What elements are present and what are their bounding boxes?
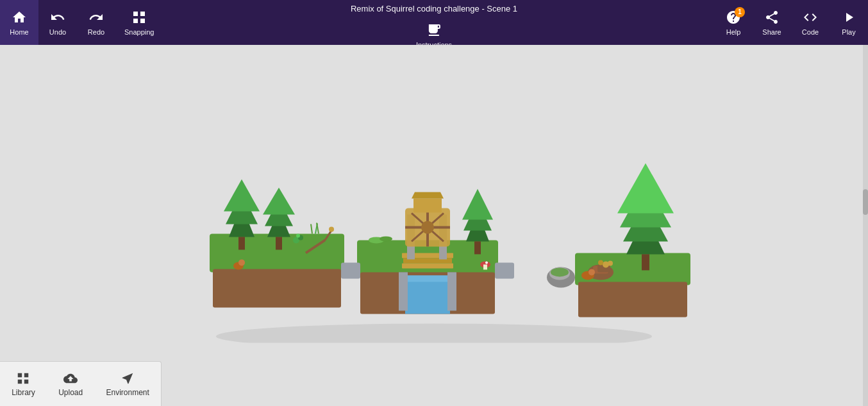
svg-point-14	[238, 259, 245, 266]
main-canvas[interactable]	[0, 45, 868, 406]
svg-rect-42	[399, 272, 408, 310]
topbar-title: Remix of Squirrel coding challenge - Sce…	[351, 4, 517, 13]
environment-icon	[121, 371, 135, 385]
environment-button[interactable]: Environment	[98, 368, 156, 401]
redo-button[interactable]: Redo	[77, 0, 115, 45]
share-button[interactable]: Share	[753, 0, 791, 45]
snapping-icon	[131, 10, 147, 26]
code-button[interactable]: Code	[791, 0, 830, 45]
svg-point-12	[296, 233, 300, 237]
svg-rect-24	[405, 275, 450, 282]
svg-rect-41	[474, 241, 481, 254]
svg-rect-1	[213, 269, 341, 307]
svg-rect-49	[341, 262, 360, 278]
scene-3d	[178, 99, 690, 343]
home-button[interactable]: Home	[0, 0, 38, 45]
scroll-thumb[interactable]	[863, 189, 868, 215]
svg-rect-45	[483, 264, 487, 269]
scrollbar[interactable]	[863, 45, 868, 406]
code-icon	[803, 10, 818, 26]
svg-marker-40	[462, 189, 493, 219]
svg-line-15	[311, 224, 312, 233]
svg-point-68	[551, 267, 569, 276]
redo-icon	[88, 10, 104, 26]
play-label: Play	[842, 28, 855, 36]
toolbar-right: 1 Help Share Code Play	[714, 0, 868, 45]
svg-point-46	[485, 261, 488, 264]
bottom-bar: Library Upload Environment	[0, 361, 162, 406]
svg-point-20	[329, 226, 334, 232]
svg-marker-4	[224, 179, 260, 211]
home-icon	[12, 10, 27, 26]
redo-label: Redo	[88, 28, 104, 36]
snapping-button[interactable]: Snapping	[115, 0, 163, 45]
play-button[interactable]: Play	[830, 0, 868, 45]
snapping-label: Snapping	[124, 28, 154, 36]
environment-label: Environment	[106, 388, 149, 397]
svg-rect-57	[642, 254, 649, 270]
undo-button[interactable]: Undo	[38, 0, 77, 45]
play-icon	[841, 10, 856, 26]
svg-point-65	[588, 269, 595, 275]
undo-label: Undo	[49, 28, 66, 36]
help-badge: 1	[735, 7, 745, 17]
library-button[interactable]: Library	[4, 368, 43, 401]
home-label: Home	[10, 28, 28, 36]
upload-label: Upload	[58, 388, 83, 397]
svg-rect-36	[413, 198, 442, 212]
svg-point-63	[608, 260, 613, 266]
help-icon-wrap: 1	[726, 10, 741, 26]
instructions-icon	[426, 22, 442, 39]
code-label: Code	[802, 28, 819, 36]
svg-rect-52	[578, 282, 687, 317]
svg-point-35	[421, 221, 434, 233]
svg-marker-8	[263, 187, 295, 214]
svg-point-69	[216, 323, 652, 343]
svg-rect-50	[495, 262, 514, 278]
svg-rect-9	[276, 237, 282, 250]
help-button[interactable]: 1 Help	[714, 0, 753, 45]
svg-point-48	[380, 236, 392, 241]
upload-icon	[63, 371, 78, 385]
help-label: Help	[726, 28, 741, 36]
svg-rect-5	[238, 237, 245, 250]
svg-rect-43	[447, 272, 456, 310]
library-label: Library	[12, 388, 35, 397]
library-icon	[16, 371, 30, 385]
svg-marker-56	[617, 163, 674, 213]
share-label: Share	[762, 28, 781, 36]
undo-icon	[50, 10, 65, 26]
svg-point-62	[598, 260, 603, 265]
svg-rect-27	[402, 263, 453, 268]
upload-button[interactable]: Upload	[51, 368, 90, 401]
svg-marker-37	[412, 192, 444, 198]
topbar: Remix of Squirrel coding challenge - Sce…	[0, 0, 868, 45]
share-icon	[764, 10, 780, 26]
